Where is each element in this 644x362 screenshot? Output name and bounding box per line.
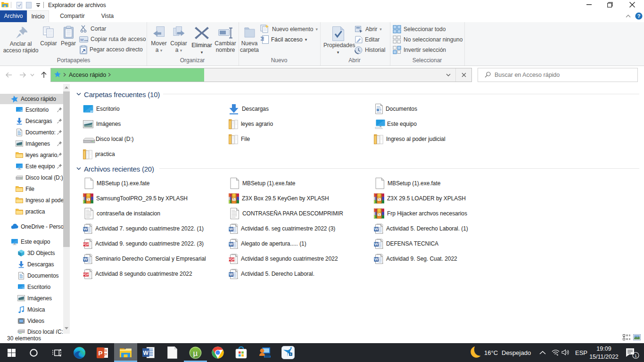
svg-text:µ: µ	[193, 348, 198, 357]
svg-text:P: P	[98, 350, 102, 357]
svg-text:W: W	[80, 37, 84, 41]
svg-text:1: 1	[635, 353, 637, 358]
svg-text:?: ?	[637, 13, 641, 19]
svg-text:W: W	[143, 350, 149, 356]
